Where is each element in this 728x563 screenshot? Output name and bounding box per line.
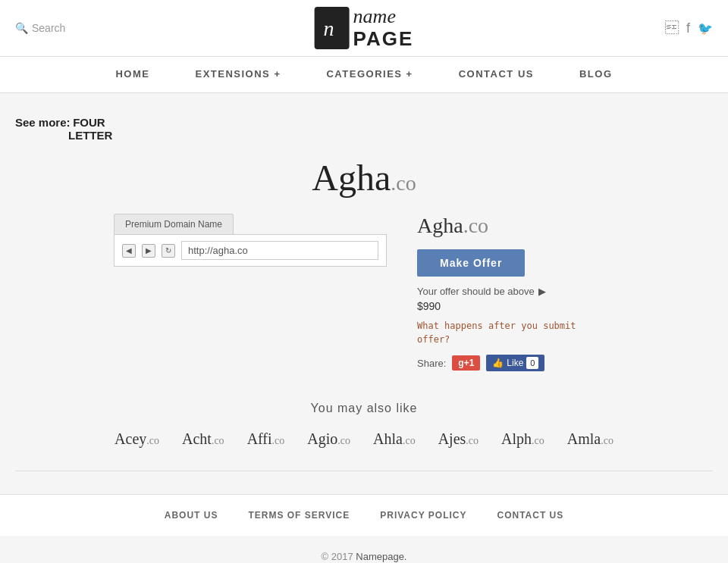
browser-tab: Premium Domain Name: [114, 214, 234, 234]
similar-name: Amla: [567, 430, 601, 447]
similar-domains-list: Acey.coAcht.coAffi.coAgio.coAhla.coAjes.…: [15, 430, 713, 448]
see-more-section: See more: FOUR LETTER: [15, 116, 713, 142]
footer-about[interactable]: ABOUT US: [165, 510, 218, 521]
similar-domain-item[interactable]: Acht.co: [182, 430, 224, 448]
see-more-tag1[interactable]: FOUR: [73, 116, 105, 129]
similar-tld: .co: [403, 435, 416, 446]
offer-info-link[interactable]: What happens after you submit offer?: [417, 321, 576, 345]
search-button[interactable]: 🔍 Search: [15, 22, 65, 34]
browser-back-button[interactable]: ◀: [122, 244, 136, 258]
browser-preview: Premium Domain Name ◀ ▶ ↻: [114, 214, 387, 267]
nav-extensions[interactable]: EXTENSIONS +: [187, 57, 288, 92]
facebook-link[interactable]: f: [686, 20, 690, 36]
back-icon: ◀: [126, 246, 132, 255]
similar-tld: .co: [532, 435, 544, 446]
copyright-text: © 2017: [322, 551, 353, 562]
main-content: See more: FOUR LETTER Agha.co Premium Do…: [0, 93, 728, 494]
domain-tld-part: .co: [391, 171, 416, 195]
site-header: 🔍 Search n name PAGE  f 🐦: [0, 0, 728, 57]
browser-refresh-button[interactable]: ↻: [162, 244, 175, 258]
similar-tld: .co: [212, 435, 224, 446]
similar-tld: .co: [466, 435, 479, 446]
search-icon: 🔍: [15, 22, 28, 34]
nav-home[interactable]: HOME: [108, 57, 157, 92]
domain-name-title: Agha: [417, 214, 463, 237]
section-divider: [15, 471, 713, 471]
refresh-icon: ↻: [165, 246, 171, 255]
similar-tld: .co: [272, 435, 285, 446]
domain-name-part: Agha: [312, 158, 391, 198]
similar-name: Acht: [182, 430, 212, 447]
twitter-link[interactable]: 🐦: [698, 21, 713, 36]
logo-name: name: [353, 6, 414, 28]
similar-domain-item[interactable]: Amla.co: [567, 430, 613, 448]
similar-name: Ahla: [373, 430, 403, 447]
site-logo[interactable]: n name PAGE: [315, 6, 414, 49]
similar-domain-item[interactable]: Alph.co: [501, 430, 544, 448]
footer-contact[interactable]: CONTACT US: [497, 510, 563, 521]
browser-bar: ◀ ▶ ↻: [114, 234, 387, 267]
similar-tld: .co: [337, 435, 350, 446]
logo-text: name PAGE: [353, 6, 414, 49]
nav-contact[interactable]: CONTACT US: [451, 57, 541, 92]
similar-domain-item[interactable]: Acey.co: [115, 430, 159, 448]
logo-page: PAGE: [353, 28, 414, 50]
offer-hint-text: Your offer should be above: [417, 286, 535, 297]
facebook-icon[interactable]: : [665, 20, 679, 36]
browser-url-input[interactable]: [181, 241, 378, 260]
similar-domain-item[interactable]: Affi.co: [247, 430, 285, 448]
offer-price: $990: [417, 300, 614, 312]
footer-copyright: © 2017 Namepage.: [0, 536, 728, 563]
similar-name: Agio: [307, 430, 337, 447]
domain-content-area: Premium Domain Name ◀ ▶ ↻ Agha.co: [15, 214, 713, 371]
similar-domains-section: You may also like Acey.coAcht.coAffi.coA…: [15, 402, 713, 448]
brand-link[interactable]: Namepage.: [356, 551, 406, 562]
like-icon: 👍: [492, 358, 504, 368]
share-row: Share: g+1 👍 Like 0: [417, 355, 614, 371]
similar-domain-item[interactable]: Agio.co: [307, 430, 350, 448]
similar-tld: .co: [601, 435, 613, 446]
footer-terms[interactable]: TERMS OF SERVICE: [248, 510, 350, 521]
similar-name: Affi: [247, 430, 272, 447]
domain-tld-title: .co: [463, 214, 488, 237]
search-label: Search: [32, 22, 65, 34]
browser-tab-label: Premium Domain Name: [125, 219, 222, 230]
share-label: Share:: [417, 358, 446, 369]
browser-forward-button[interactable]: ▶: [142, 244, 155, 258]
similar-tld: .co: [146, 435, 159, 446]
similar-domain-item[interactable]: Ajes.co: [438, 430, 479, 448]
domain-name-large: Agha.co: [312, 158, 416, 198]
domain-title: Agha.co: [417, 214, 614, 238]
svg-text:n: n: [324, 17, 334, 40]
offer-arrow-icon: ▶: [538, 286, 546, 297]
fb-count: 0: [526, 357, 538, 369]
see-more-prefix: See more:: [15, 116, 71, 129]
see-more-tag2[interactable]: LETTER: [68, 129, 112, 142]
similar-name: Alph: [501, 430, 532, 447]
gplus-button[interactable]: g+1: [452, 355, 480, 371]
similar-title: You may also like: [15, 402, 713, 415]
forward-icon: ▶: [146, 246, 152, 255]
nav-blog[interactable]: BLOG: [572, 57, 620, 92]
domain-display: Agha.co: [15, 157, 713, 199]
make-offer-button[interactable]: Make Offer: [417, 249, 525, 277]
main-nav: HOME EXTENSIONS + CATEGORIES + CONTACT U…: [0, 57, 728, 93]
footer-nav: ABOUT US TERMS OF SERVICE PRIVACY POLICY…: [0, 494, 728, 536]
footer-privacy[interactable]: PRIVACY POLICY: [380, 510, 466, 521]
nav-categories[interactable]: CATEGORIES +: [318, 57, 420, 92]
similar-domain-item[interactable]: Ahla.co: [373, 430, 416, 448]
similar-name: Acey: [115, 430, 146, 447]
offer-hint: Your offer should be above ▶: [417, 286, 614, 297]
similar-name: Ajes: [438, 430, 466, 447]
facebook-like-button[interactable]: 👍 Like 0: [486, 355, 544, 371]
domain-info-panel: Agha.co Make Offer Your offer should be …: [417, 214, 614, 371]
social-links:  f 🐦: [665, 20, 713, 36]
logo-icon: n: [315, 7, 350, 49]
